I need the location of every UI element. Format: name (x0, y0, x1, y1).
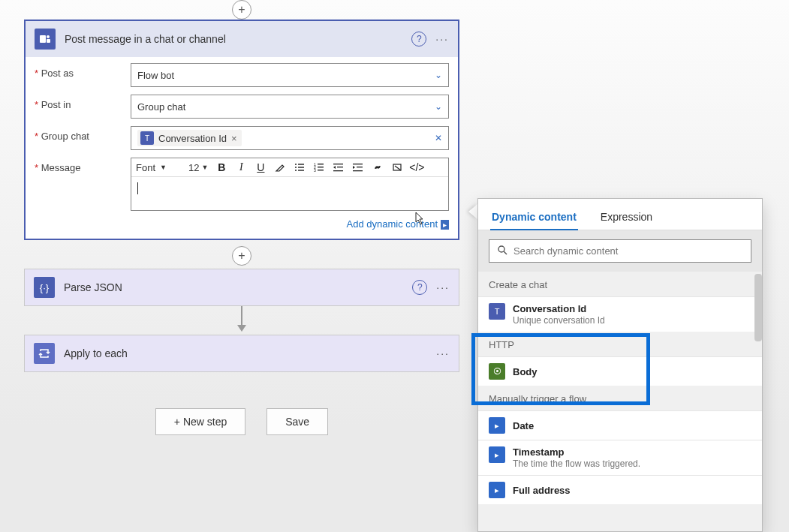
card-title: Apply to each (64, 347, 436, 359)
search-input[interactable] (513, 245, 743, 257)
clear-format-button[interactable] (391, 162, 403, 173)
token-remove-icon[interactable]: × (231, 133, 237, 144)
font-size-dropdown[interactable]: 12▼ (188, 162, 208, 173)
flow-icon: ▸ (489, 482, 505, 498)
svg-rect-20 (353, 170, 363, 171)
new-step-button[interactable]: + New step (155, 408, 245, 435)
indent-button[interactable] (352, 162, 364, 173)
action-card-post-message: Post message in a chat or channel ? ··· … (24, 20, 459, 240)
highlight-button[interactable] (274, 162, 286, 173)
dynamic-content-list[interactable]: Create a chat T Conversation Id Unique c… (478, 272, 762, 531)
svg-rect-4 (298, 164, 304, 164)
svg-rect-18 (353, 164, 363, 164)
card-menu-button[interactable]: ··· (436, 281, 450, 293)
svg-rect-8 (298, 170, 304, 170)
dc-item-label: Body (513, 366, 751, 377)
svg-point-3 (295, 164, 297, 165)
rich-toolbar: Font ▼ 12▼ B I U 123 (131, 158, 448, 177)
help-icon[interactable]: ? (412, 280, 427, 295)
label-post-in: Post in (35, 95, 131, 110)
card-title: Post message in a chat or channel (65, 33, 411, 45)
code-view-button[interactable]: </> (411, 161, 423, 173)
svg-rect-10 (318, 164, 324, 164)
connector-line (241, 306, 242, 326)
chevron-down-icon: ⌄ (435, 101, 442, 112)
svg-point-5 (295, 167, 297, 168)
http-icon: ⦿ (489, 363, 505, 380)
dc-item-label: Date (513, 420, 751, 431)
dc-group-header: Manually trigger a flow (478, 386, 762, 410)
svg-line-24 (504, 251, 507, 254)
bullet-list-button[interactable] (294, 162, 306, 173)
italic-button[interactable]: I (235, 161, 247, 173)
action-card-apply-to-each: Apply to each ··· (24, 335, 459, 372)
post-in-dropdown[interactable]: Group chat ⌄ (131, 95, 449, 119)
chevron-down-icon: ⌄ (435, 70, 442, 80)
post-in-value: Group chat (137, 101, 435, 113)
outdent-button[interactable] (333, 162, 345, 173)
card-menu-button[interactable]: ··· (436, 347, 450, 359)
clear-icon[interactable]: ✕ (435, 133, 442, 143)
dc-item-conversation-id[interactable]: T Conversation Id Unique conversation Id (478, 296, 762, 332)
search-dynamic-content[interactable] (489, 239, 751, 263)
svg-rect-12 (318, 167, 324, 167)
insert-step-button-mid[interactable]: + (232, 246, 251, 266)
card-title: Parse JSON (64, 281, 412, 293)
teams-icon: T (140, 131, 154, 145)
card-header[interactable]: Post message in a chat or channel ? ··· (26, 21, 458, 57)
message-editor[interactable] (131, 177, 448, 210)
dc-group-header: HTTP (478, 332, 762, 356)
numbered-list-button[interactable]: 123 (313, 162, 325, 173)
label-post-as: Post as (35, 63, 131, 79)
post-as-dropdown[interactable]: Flow bot ⌄ (131, 63, 449, 87)
svg-rect-6 (298, 167, 304, 167)
json-icon: {·} (34, 277, 55, 298)
svg-line-22 (395, 166, 401, 170)
svg-rect-14 (318, 170, 324, 170)
dc-group-header: Create a chat (478, 272, 762, 296)
token-conversation-id[interactable]: T Conversation Id × (137, 130, 242, 146)
teams-icon (35, 29, 56, 50)
add-dynamic-content-link[interactable]: Add dynamic content▸ (347, 218, 449, 230)
svg-point-1 (47, 35, 50, 38)
scrollbar-thumb[interactable] (754, 274, 762, 341)
save-button[interactable]: Save (267, 408, 328, 435)
svg-point-23 (498, 246, 504, 252)
dc-item-body[interactable]: ⦿ Body (478, 356, 762, 386)
insert-step-button-top[interactable]: + (232, 0, 251, 20)
post-as-value: Flow bot (137, 70, 435, 81)
dc-item-desc: Unique conversation Id (513, 315, 751, 326)
flow-icon: ▸ (489, 417, 505, 434)
svg-rect-16 (337, 167, 343, 167)
tab-dynamic-content[interactable]: Dynamic content (490, 205, 578, 230)
svg-rect-0 (40, 35, 46, 43)
search-icon (497, 245, 507, 257)
dc-item-date[interactable]: ▸ Date (478, 410, 762, 440)
dc-item-timestamp[interactable]: ▸ Timestamp The time the flow was trigge… (478, 440, 762, 475)
connector-arrow (237, 325, 246, 332)
callout-arrow (468, 204, 477, 219)
message-richtext: Font ▼ 12▼ B I U 123 (131, 158, 449, 211)
link-button[interactable] (372, 162, 384, 173)
help-icon[interactable]: ? (411, 32, 426, 47)
bold-button[interactable]: B (215, 161, 227, 173)
dc-item-desc: The time the flow was triggered. (513, 458, 751, 469)
svg-rect-17 (333, 170, 343, 171)
group-chat-field[interactable]: T Conversation Id × ✕ (131, 126, 449, 150)
dc-item-label: Full address (513, 485, 751, 496)
loop-icon (34, 343, 55, 364)
tab-expression[interactable]: Expression (599, 205, 654, 230)
label-group-chat: Group chat (35, 126, 131, 142)
underline-button[interactable]: U (254, 161, 267, 173)
svg-point-7 (295, 170, 297, 171)
svg-rect-15 (333, 164, 343, 164)
font-dropdown[interactable]: Font ▼ (136, 162, 181, 173)
card-header[interactable]: Apply to each ··· (25, 335, 459, 371)
card-header[interactable]: {·} Parse JSON ? ··· (25, 269, 459, 305)
label-message: Message (35, 158, 131, 173)
dc-item-full-address[interactable]: ▸ Full address (478, 475, 762, 504)
svg-rect-2 (47, 39, 50, 43)
token-label: Conversation Id (158, 133, 227, 144)
card-menu-button[interactable]: ··· (435, 33, 449, 45)
teams-icon: T (489, 303, 505, 320)
